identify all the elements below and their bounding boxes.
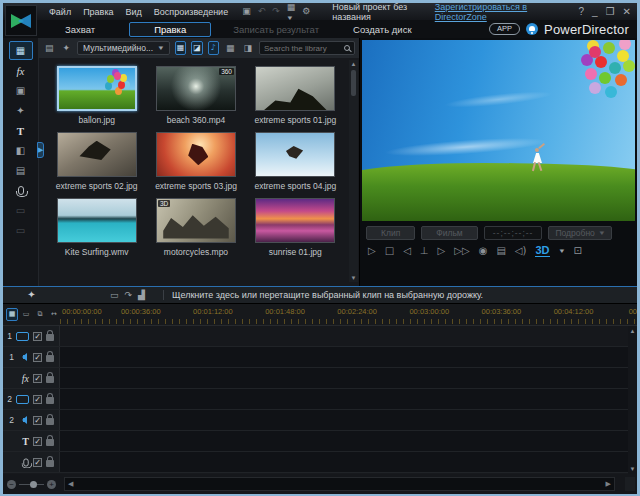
play-button[interactable] [368,246,376,256]
collection-dropdown[interactable]: Мультимедийно...▼ [77,41,170,55]
menu-edit[interactable]: Правка [77,5,119,19]
time-ruler[interactable]: 00:00:00:00 00:00:36:00 00:01:12:00 00:0… [60,304,637,325]
minimize-button[interactable]: _ [592,6,598,17]
scroll-down-icon[interactable]: ▼ [630,465,636,473]
close-button[interactable]: ✕ [623,6,631,17]
menu-view[interactable]: Вид [120,5,148,19]
grid-view-icon[interactable] [224,43,237,54]
track-enable-checkbox[interactable] [33,395,42,404]
magic-tools-icon[interactable] [27,290,35,300]
track-enable-checkbox[interactable] [33,353,42,362]
track-enable-checkbox[interactable] [33,458,42,467]
track-lane[interactable] [60,368,637,388]
track-lane[interactable] [60,452,637,472]
tracks-vertical-scrollbar[interactable]: ▲ ▼ [628,326,637,474]
fast-forward-button[interactable] [454,246,469,256]
library-item[interactable]: 360 beach 360.mp4 [146,66,245,125]
3d-toggle-button[interactable]: 3D [535,245,549,257]
timeline-horizontal-scrollbar[interactable]: ◀ ▶ [64,477,615,491]
settings-gear-icon[interactable] [302,7,310,16]
insert-clip-icon[interactable] [125,291,133,300]
track-header[interactable]: fx [3,368,60,388]
scroll-up-icon[interactable]: ▲ [351,60,357,68]
storyboard-view-button[interactable] [20,308,32,321]
3d-dropdown-icon[interactable]: ▼ [558,248,566,254]
clip-mode-button[interactable]: Клип [366,226,415,240]
sidebar-item-subtitle-room[interactable] [9,221,33,240]
tab-capture[interactable]: Захват [65,24,95,35]
plugin-icon[interactable] [61,43,73,54]
lock-icon[interactable] [46,418,54,425]
tab-create-disc[interactable]: Создать диск [353,24,412,35]
aspect-ratio-dropdown[interactable]: ▼ [287,2,296,22]
volume-button[interactable] [515,246,527,256]
stop-button[interactable] [385,246,394,256]
library-item[interactable]: extreme sports 01.jpg [246,66,345,125]
track-lane[interactable] [60,347,637,367]
previous-frame-button[interactable] [403,246,411,256]
preview-quality-dropdown[interactable]: Подробно▼ [548,226,611,240]
track-enable-checkbox[interactable] [33,374,42,383]
undo-icon[interactable] [258,7,266,16]
redo-icon[interactable] [272,7,280,16]
library-item[interactable]: extreme sports 04.jpg [246,132,345,191]
undock-preview-button[interactable] [573,246,581,256]
zoom-slider[interactable] [19,484,44,485]
sidebar-item-effect-room[interactable]: fx [9,61,33,80]
filter-video-button[interactable] [175,41,186,55]
filter-music-button[interactable] [208,41,219,55]
sidebar-item-media-room[interactable] [9,41,33,60]
sidebar-item-chapter-room[interactable] [9,201,33,220]
library-item[interactable]: extreme sports 02.jpg [47,132,146,191]
app-badge[interactable]: APP [489,23,520,35]
sidebar-item-audio-mixing-room[interactable] [9,161,33,180]
track-lane[interactable] [60,410,637,430]
filter-photo-button[interactable] [191,41,202,55]
timeline-view-button[interactable] [6,308,18,321]
track-enable-checkbox[interactable] [33,332,42,341]
movie-mode-button[interactable]: Фильм [421,226,477,240]
scroll-up-icon[interactable]: ▲ [630,327,636,335]
lock-icon[interactable] [46,355,54,362]
track-manager-button[interactable] [34,308,46,321]
display-mode-icon[interactable] [242,7,251,16]
lock-icon[interactable] [46,376,54,383]
preview-options-button[interactable] [496,246,505,256]
zoom-in-icon[interactable]: + [47,480,56,489]
maximize-button[interactable]: ❒ [606,6,615,17]
tab-produce[interactable]: Записать результат [233,24,319,35]
track-header[interactable]: 1 [3,326,60,346]
scroll-left-icon[interactable]: ◀ [68,480,73,488]
scroll-down-icon[interactable]: ▼ [351,274,357,282]
track-header[interactable] [3,452,60,472]
track-header[interactable]: T [3,431,60,451]
sidebar-item-transition-room[interactable] [9,141,33,160]
sidebar-item-particle-room[interactable] [9,101,33,120]
library-item[interactable]: 3D motorcycles.mpo [146,198,245,257]
notification-bell-icon[interactable] [526,23,538,35]
track-header[interactable]: 1 [3,347,60,367]
lock-icon[interactable] [46,439,54,446]
tab-edit[interactable]: Правка [129,22,211,37]
library-item[interactable]: Kite Surfing.wmv [47,198,146,257]
menu-file[interactable]: Файл [43,5,77,19]
library-search[interactable] [259,41,355,55]
help-button[interactable]: ? [579,6,585,17]
track-insert-icon[interactable] [138,291,145,300]
screen-fit-icon[interactable] [110,291,119,300]
sidebar-item-pip-objects-room[interactable] [9,81,33,100]
zoom-slider-handle[interactable] [30,481,37,488]
snapshot-button[interactable] [479,246,488,256]
sidebar-item-voiceover-room[interactable] [9,181,33,200]
directorzone-register-link[interactable]: Зарегистрироваться в DirectorZone [435,2,565,22]
lock-icon[interactable] [46,334,54,341]
sidebar-item-title-room[interactable]: T [9,121,33,140]
next-frame-button[interactable] [438,246,446,256]
search-icon[interactable] [344,45,350,51]
search-input[interactable] [264,44,344,53]
detail-view-icon[interactable] [241,43,254,54]
seek-button[interactable] [420,246,429,256]
scroll-right-icon[interactable]: ▶ [606,480,611,488]
import-media-icon[interactable] [43,43,56,54]
range-select-button[interactable] [48,308,60,321]
